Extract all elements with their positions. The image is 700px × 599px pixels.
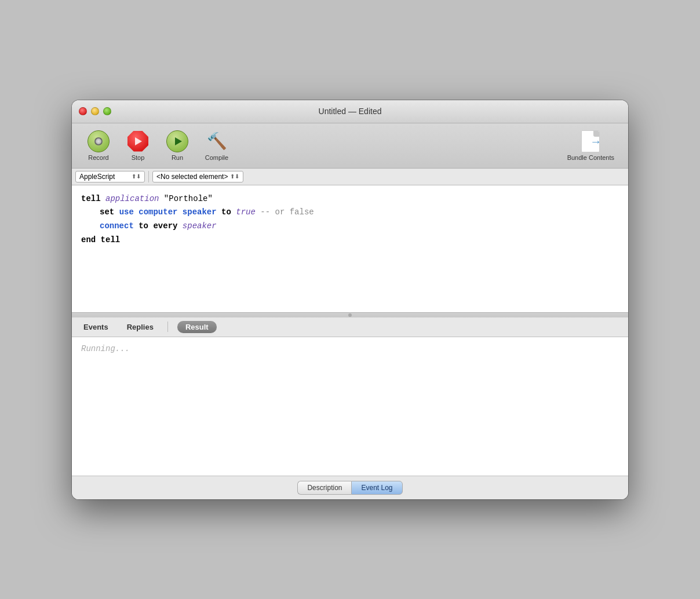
bottom-panel: Events Replies Result Running...: [72, 317, 628, 476]
code-line-3: connect to every speaker: [81, 220, 619, 233]
code-line-4: end tell: [81, 233, 619, 247]
code-line-2: set use computer speaker to true -- or f…: [81, 206, 619, 220]
language-dropdown-arrows: ⬆⬇: [132, 173, 141, 180]
record-button[interactable]: Record: [81, 128, 116, 163]
code-editor[interactable]: tell application "Porthole" set use comp…: [72, 185, 628, 313]
stop-button[interactable]: Stop: [121, 128, 155, 163]
run-button[interactable]: Run: [160, 128, 195, 163]
tab-replies[interactable]: Replies: [122, 322, 158, 333]
compile-icon: 🔨: [206, 130, 228, 152]
selector-divider: [148, 171, 149, 182]
bundle-contents-button[interactable]: → Bundle Contents: [563, 128, 619, 163]
tab-events[interactable]: Events: [79, 322, 113, 333]
bottom-bar: Description Event Log: [72, 476, 628, 499]
close-button[interactable]: [79, 107, 87, 115]
running-text: Running...: [81, 344, 130, 353]
selector-bar: AppleScript ⬆⬇ <No selected element> ⬆⬇: [72, 169, 628, 185]
language-dropdown[interactable]: AppleScript ⬆⬇: [75, 171, 145, 182]
resize-handle[interactable]: [72, 313, 628, 317]
record-icon: [88, 130, 110, 152]
main-window: Untitled — Edited Record Stop: [72, 100, 628, 499]
tab-result[interactable]: Result: [177, 321, 217, 333]
maximize-button[interactable]: [103, 107, 111, 115]
traffic-lights: [79, 107, 111, 115]
event-log-button[interactable]: Event Log: [351, 481, 402, 495]
description-button[interactable]: Description: [297, 481, 351, 495]
bottom-tabs-bar: Events Replies Result: [72, 317, 628, 337]
tab-divider: [167, 322, 168, 332]
element-dropdown[interactable]: <No selected element> ⬆⬇: [152, 171, 243, 182]
element-dropdown-arrows: ⬆⬇: [230, 173, 239, 180]
code-line-1: tell application "Porthole": [81, 192, 619, 206]
minimize-button[interactable]: [91, 107, 99, 115]
bundle-contents-icon: →: [579, 130, 601, 152]
stop-icon: [127, 130, 149, 152]
resize-dot: [348, 313, 352, 317]
window-title: Untitled — Edited: [319, 107, 382, 116]
toolbar: Record Stop Run: [72, 123, 628, 169]
run-icon: [166, 130, 188, 152]
compile-button[interactable]: 🔨 Compile: [199, 128, 234, 163]
result-area: Running...: [72, 337, 628, 476]
titlebar: Untitled — Edited: [72, 100, 628, 123]
